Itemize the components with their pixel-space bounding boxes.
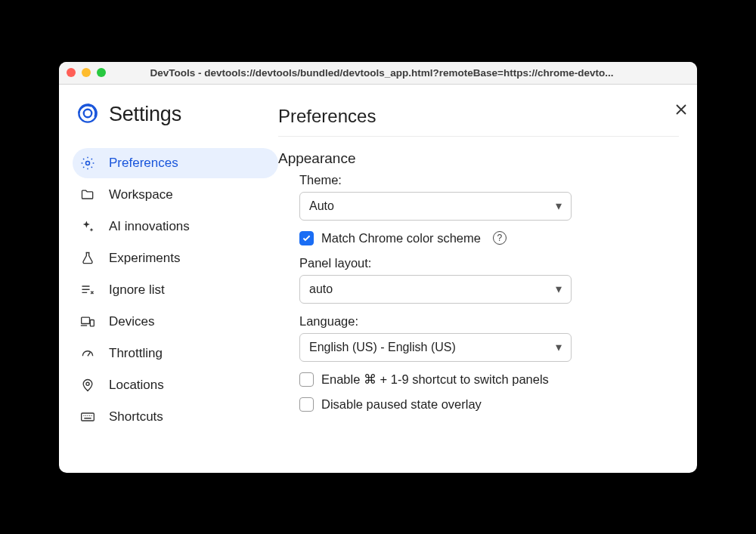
sidebar-item-preferences[interactable]: Preferences: [73, 148, 278, 178]
shortcut-row[interactable]: Enable ⌘ + 1-9 shortcut to switch panels: [299, 372, 679, 387]
devtools-gear-icon: [77, 103, 98, 127]
devtools-window: DevTools - devtools://devtools/bundled/d…: [59, 62, 697, 473]
settings-title: Settings: [109, 103, 181, 126]
sidebar-item-label: Preferences: [109, 156, 178, 171]
folder-icon: [80, 187, 95, 202]
panel-layout-group: Panel layout: auto ▾: [299, 256, 679, 304]
main-panel: Preferences Appearance Theme: Auto ▾ Mat…: [278, 85, 697, 473]
sidebar: Settings Preferences Workspace: [59, 85, 278, 473]
match-chrome-label: Match Chrome color scheme: [321, 231, 481, 245]
svg-rect-4: [90, 319, 94, 326]
maximize-window-button[interactable]: [97, 68, 106, 77]
shortcut-checkbox[interactable]: [299, 372, 314, 387]
language-label: Language:: [299, 314, 679, 329]
chevron-down-icon: ▾: [556, 282, 562, 296]
sidebar-item-label: Locations: [109, 378, 164, 393]
sidebar-nav: Preferences Workspace AI innovations: [73, 148, 278, 432]
chevron-down-icon: ▾: [556, 199, 562, 213]
chevron-down-icon: ▾: [556, 340, 562, 354]
gear-icon: [80, 156, 95, 171]
shortcut-label: Enable ⌘ + 1-9 shortcut to switch panels: [321, 372, 549, 387]
match-chrome-row[interactable]: Match Chrome color scheme ?: [299, 231, 679, 245]
svg-point-1: [84, 109, 92, 117]
minimize-window-button[interactable]: [82, 68, 91, 77]
theme-select[interactable]: Auto ▾: [299, 192, 572, 221]
sidebar-item-locations[interactable]: Locations: [73, 370, 278, 400]
pin-icon: [80, 378, 95, 393]
help-icon[interactable]: ?: [493, 231, 507, 245]
traffic-lights: [67, 68, 106, 77]
sidebar-item-workspace[interactable]: Workspace: [73, 180, 278, 210]
gauge-icon: [80, 346, 95, 361]
panel-layout-value: auto: [309, 282, 333, 296]
devices-icon: [80, 314, 95, 329]
list-x-icon: [80, 282, 95, 298]
titlebar: DevTools - devtools://devtools/bundled/d…: [59, 62, 697, 85]
sidebar-item-throttling[interactable]: Throttling: [73, 338, 278, 369]
keyboard-icon: [80, 409, 95, 424]
content-area: Settings Preferences Workspace: [59, 85, 697, 473]
sidebar-item-label: Shortcuts: [109, 409, 163, 424]
disable-overlay-row[interactable]: Disable paused state overlay: [299, 397, 679, 412]
sidebar-item-label: AI innovations: [109, 219, 190, 234]
svg-line-6: [88, 352, 90, 356]
svg-point-7: [86, 382, 89, 385]
sidebar-item-devices[interactable]: Devices: [73, 307, 278, 337]
sidebar-item-label: Throttling: [109, 346, 163, 361]
flask-icon: [80, 251, 95, 266]
match-chrome-checkbox[interactable]: [299, 231, 314, 245]
theme-selected-value: Auto: [309, 199, 334, 213]
disable-overlay-checkbox[interactable]: [299, 397, 314, 412]
theme-group: Theme: Auto ▾: [299, 173, 679, 221]
sidebar-item-label: Ignore list: [109, 282, 165, 298]
svg-rect-8: [82, 413, 94, 421]
sidebar-item-shortcuts[interactable]: Shortcuts: [73, 402, 278, 432]
language-value: English (US) - English (US): [309, 341, 456, 354]
sidebar-item-label: Devices: [109, 314, 154, 329]
close-settings-button[interactable]: [670, 98, 692, 121]
language-group: Language: English (US) - English (US) ▾: [299, 314, 679, 362]
section-appearance: Appearance: [278, 150, 679, 167]
svg-point-2: [86, 161, 90, 165]
sidebar-item-label: Workspace: [109, 187, 173, 202]
panel-layout-select[interactable]: auto ▾: [299, 275, 572, 304]
disable-overlay-label: Disable paused state overlay: [321, 397, 482, 412]
sidebar-item-ai-innovations[interactable]: AI innovations: [73, 211, 278, 242]
sparkle-icon: [80, 219, 95, 234]
window-title: DevTools - devtools://devtools/bundled/d…: [112, 67, 689, 79]
language-select[interactable]: English (US) - English (US) ▾: [299, 333, 572, 362]
settings-header: Settings: [73, 103, 278, 148]
sidebar-item-ignore-list[interactable]: Ignore list: [73, 275, 278, 305]
close-window-button[interactable]: [67, 68, 76, 77]
page-title: Preferences: [278, 106, 679, 137]
sidebar-item-label: Experiments: [109, 251, 180, 266]
svg-rect-3: [82, 317, 90, 323]
panel-layout-label: Panel layout:: [299, 256, 679, 270]
sidebar-item-experiments[interactable]: Experiments: [73, 243, 278, 273]
theme-label: Theme:: [299, 173, 679, 187]
